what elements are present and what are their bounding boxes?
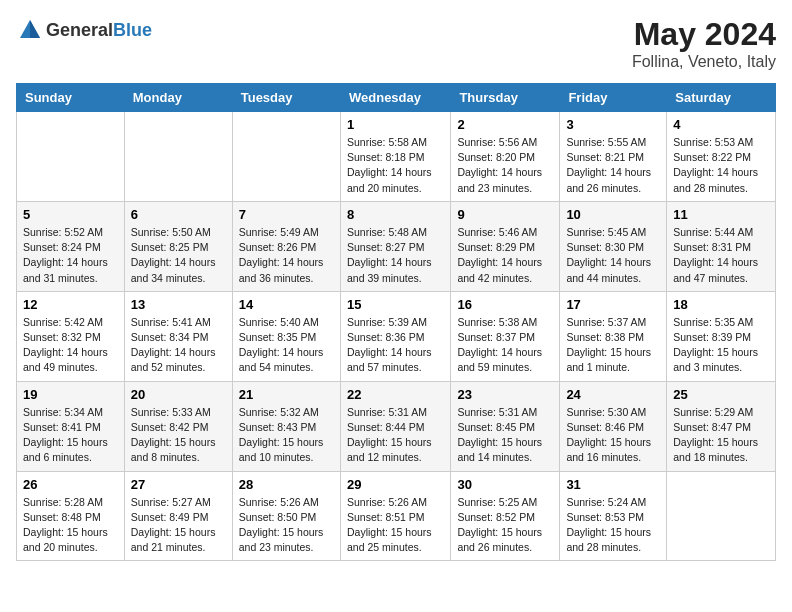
- col-wednesday: Wednesday: [340, 84, 450, 112]
- table-cell: 30Sunrise: 5:25 AM Sunset: 8:52 PM Dayli…: [451, 471, 560, 561]
- table-cell: 20Sunrise: 5:33 AM Sunset: 8:42 PM Dayli…: [124, 381, 232, 471]
- day-number: 24: [566, 387, 660, 402]
- week-row-5: 26Sunrise: 5:28 AM Sunset: 8:48 PM Dayli…: [17, 471, 776, 561]
- table-cell: [232, 112, 340, 202]
- day-number: 5: [23, 207, 118, 222]
- day-number: 14: [239, 297, 334, 312]
- logo-icon: [16, 16, 44, 44]
- day-info: Sunrise: 5:42 AM Sunset: 8:32 PM Dayligh…: [23, 315, 118, 376]
- table-cell: 12Sunrise: 5:42 AM Sunset: 8:32 PM Dayli…: [17, 291, 125, 381]
- logo: GeneralBlue: [16, 16, 152, 44]
- week-row-1: 1Sunrise: 5:58 AM Sunset: 8:18 PM Daylig…: [17, 112, 776, 202]
- table-cell: 15Sunrise: 5:39 AM Sunset: 8:36 PM Dayli…: [340, 291, 450, 381]
- day-number: 17: [566, 297, 660, 312]
- day-number: 11: [673, 207, 769, 222]
- table-cell: 14Sunrise: 5:40 AM Sunset: 8:35 PM Dayli…: [232, 291, 340, 381]
- table-cell: 24Sunrise: 5:30 AM Sunset: 8:46 PM Dayli…: [560, 381, 667, 471]
- day-info: Sunrise: 5:31 AM Sunset: 8:44 PM Dayligh…: [347, 405, 444, 466]
- day-info: Sunrise: 5:45 AM Sunset: 8:30 PM Dayligh…: [566, 225, 660, 286]
- day-number: 16: [457, 297, 553, 312]
- day-info: Sunrise: 5:37 AM Sunset: 8:38 PM Dayligh…: [566, 315, 660, 376]
- table-cell: 13Sunrise: 5:41 AM Sunset: 8:34 PM Dayli…: [124, 291, 232, 381]
- day-info: Sunrise: 5:34 AM Sunset: 8:41 PM Dayligh…: [23, 405, 118, 466]
- day-number: 4: [673, 117, 769, 132]
- day-number: 12: [23, 297, 118, 312]
- table-cell: 6Sunrise: 5:50 AM Sunset: 8:25 PM Daylig…: [124, 201, 232, 291]
- day-info: Sunrise: 5:35 AM Sunset: 8:39 PM Dayligh…: [673, 315, 769, 376]
- day-info: Sunrise: 5:49 AM Sunset: 8:26 PM Dayligh…: [239, 225, 334, 286]
- day-info: Sunrise: 5:26 AM Sunset: 8:51 PM Dayligh…: [347, 495, 444, 556]
- col-thursday: Thursday: [451, 84, 560, 112]
- day-number: 2: [457, 117, 553, 132]
- day-info: Sunrise: 5:31 AM Sunset: 8:45 PM Dayligh…: [457, 405, 553, 466]
- day-info: Sunrise: 5:38 AM Sunset: 8:37 PM Dayligh…: [457, 315, 553, 376]
- day-number: 22: [347, 387, 444, 402]
- day-number: 25: [673, 387, 769, 402]
- day-number: 28: [239, 477, 334, 492]
- title-month: May 2024: [632, 16, 776, 53]
- table-cell: 9Sunrise: 5:46 AM Sunset: 8:29 PM Daylig…: [451, 201, 560, 291]
- table-cell: 28Sunrise: 5:26 AM Sunset: 8:50 PM Dayli…: [232, 471, 340, 561]
- day-info: Sunrise: 5:29 AM Sunset: 8:47 PM Dayligh…: [673, 405, 769, 466]
- day-info: Sunrise: 5:52 AM Sunset: 8:24 PM Dayligh…: [23, 225, 118, 286]
- day-number: 21: [239, 387, 334, 402]
- col-friday: Friday: [560, 84, 667, 112]
- day-info: Sunrise: 5:28 AM Sunset: 8:48 PM Dayligh…: [23, 495, 118, 556]
- day-number: 27: [131, 477, 226, 492]
- table-cell: 3Sunrise: 5:55 AM Sunset: 8:21 PM Daylig…: [560, 112, 667, 202]
- calendar: Sunday Monday Tuesday Wednesday Thursday…: [16, 83, 776, 561]
- day-number: 29: [347, 477, 444, 492]
- day-number: 10: [566, 207, 660, 222]
- day-info: Sunrise: 5:32 AM Sunset: 8:43 PM Dayligh…: [239, 405, 334, 466]
- table-cell: 25Sunrise: 5:29 AM Sunset: 8:47 PM Dayli…: [667, 381, 776, 471]
- table-cell: 19Sunrise: 5:34 AM Sunset: 8:41 PM Dayli…: [17, 381, 125, 471]
- table-cell: 17Sunrise: 5:37 AM Sunset: 8:38 PM Dayli…: [560, 291, 667, 381]
- table-cell: 11Sunrise: 5:44 AM Sunset: 8:31 PM Dayli…: [667, 201, 776, 291]
- day-number: 13: [131, 297, 226, 312]
- table-cell: 10Sunrise: 5:45 AM Sunset: 8:30 PM Dayli…: [560, 201, 667, 291]
- week-row-2: 5Sunrise: 5:52 AM Sunset: 8:24 PM Daylig…: [17, 201, 776, 291]
- day-info: Sunrise: 5:50 AM Sunset: 8:25 PM Dayligh…: [131, 225, 226, 286]
- day-info: Sunrise: 5:25 AM Sunset: 8:52 PM Dayligh…: [457, 495, 553, 556]
- table-cell: 16Sunrise: 5:38 AM Sunset: 8:37 PM Dayli…: [451, 291, 560, 381]
- table-cell: 26Sunrise: 5:28 AM Sunset: 8:48 PM Dayli…: [17, 471, 125, 561]
- table-cell: 18Sunrise: 5:35 AM Sunset: 8:39 PM Dayli…: [667, 291, 776, 381]
- day-number: 9: [457, 207, 553, 222]
- week-row-3: 12Sunrise: 5:42 AM Sunset: 8:32 PM Dayli…: [17, 291, 776, 381]
- day-number: 7: [239, 207, 334, 222]
- day-info: Sunrise: 5:24 AM Sunset: 8:53 PM Dayligh…: [566, 495, 660, 556]
- day-info: Sunrise: 5:26 AM Sunset: 8:50 PM Dayligh…: [239, 495, 334, 556]
- table-cell: 21Sunrise: 5:32 AM Sunset: 8:43 PM Dayli…: [232, 381, 340, 471]
- header-row: Sunday Monday Tuesday Wednesday Thursday…: [17, 84, 776, 112]
- table-cell: [17, 112, 125, 202]
- calendar-header: Sunday Monday Tuesday Wednesday Thursday…: [17, 84, 776, 112]
- logo-blue: Blue: [113, 20, 152, 40]
- day-number: 6: [131, 207, 226, 222]
- day-info: Sunrise: 5:48 AM Sunset: 8:27 PM Dayligh…: [347, 225, 444, 286]
- table-cell: [124, 112, 232, 202]
- day-number: 26: [23, 477, 118, 492]
- day-info: Sunrise: 5:55 AM Sunset: 8:21 PM Dayligh…: [566, 135, 660, 196]
- day-info: Sunrise: 5:30 AM Sunset: 8:46 PM Dayligh…: [566, 405, 660, 466]
- day-info: Sunrise: 5:58 AM Sunset: 8:18 PM Dayligh…: [347, 135, 444, 196]
- day-number: 8: [347, 207, 444, 222]
- day-info: Sunrise: 5:41 AM Sunset: 8:34 PM Dayligh…: [131, 315, 226, 376]
- table-cell: 27Sunrise: 5:27 AM Sunset: 8:49 PM Dayli…: [124, 471, 232, 561]
- table-cell: 8Sunrise: 5:48 AM Sunset: 8:27 PM Daylig…: [340, 201, 450, 291]
- day-number: 18: [673, 297, 769, 312]
- day-info: Sunrise: 5:56 AM Sunset: 8:20 PM Dayligh…: [457, 135, 553, 196]
- col-saturday: Saturday: [667, 84, 776, 112]
- col-tuesday: Tuesday: [232, 84, 340, 112]
- table-cell: 22Sunrise: 5:31 AM Sunset: 8:44 PM Dayli…: [340, 381, 450, 471]
- day-number: 1: [347, 117, 444, 132]
- table-cell: 5Sunrise: 5:52 AM Sunset: 8:24 PM Daylig…: [17, 201, 125, 291]
- title-location: Follina, Veneto, Italy: [632, 53, 776, 71]
- table-cell: 7Sunrise: 5:49 AM Sunset: 8:26 PM Daylig…: [232, 201, 340, 291]
- day-number: 31: [566, 477, 660, 492]
- table-cell: 1Sunrise: 5:58 AM Sunset: 8:18 PM Daylig…: [340, 112, 450, 202]
- table-cell: 4Sunrise: 5:53 AM Sunset: 8:22 PM Daylig…: [667, 112, 776, 202]
- table-cell: 2Sunrise: 5:56 AM Sunset: 8:20 PM Daylig…: [451, 112, 560, 202]
- day-number: 30: [457, 477, 553, 492]
- table-cell: 29Sunrise: 5:26 AM Sunset: 8:51 PM Dayli…: [340, 471, 450, 561]
- col-sunday: Sunday: [17, 84, 125, 112]
